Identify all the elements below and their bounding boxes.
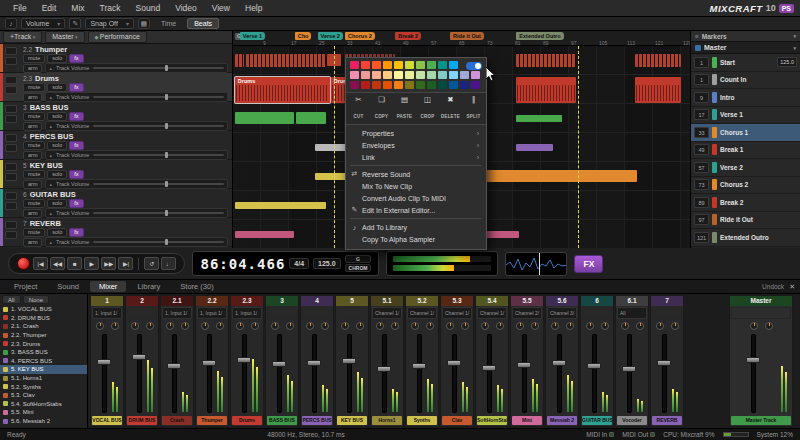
- marker-row[interactable]: 1Count In: [691, 72, 800, 90]
- arm-button[interactable]: arm: [23, 93, 42, 102]
- menu-item-edit[interactable]: Edit: [35, 2, 64, 14]
- audio-clip[interactable]: [235, 112, 294, 124]
- mixer-track-list-item[interactable]: 5.6. Messiah 2: [0, 417, 87, 426]
- channel-input-select[interactable]: 1, Input 1/: [92, 307, 122, 319]
- context-menu-item[interactable]: ♪Add To Library: [346, 221, 486, 233]
- channel-strip[interactable]: 5.4Channel 1/SoftHornStabs: [475, 295, 509, 427]
- markers-panel-header[interactable]: Markers: [691, 31, 800, 42]
- send-knob[interactable]: [601, 322, 609, 330]
- close-icon[interactable]: ✕: [789, 283, 795, 291]
- snap-select[interactable]: Snap Off: [85, 18, 134, 29]
- channel-strip[interactable]: 5.5Channel 2/Mini: [510, 295, 544, 427]
- track-volume-dropdown[interactable]: Track Volume: [45, 63, 228, 73]
- track-volume-dropdown[interactable]: Track Volume: [45, 237, 228, 247]
- pan-knob[interactable]: [96, 322, 104, 330]
- pan-knob[interactable]: [551, 322, 559, 330]
- scale-display[interactable]: CHROM: [345, 264, 372, 272]
- send-knob[interactable]: [356, 322, 364, 330]
- color-swatch[interactable]: [394, 81, 403, 89]
- color-swatch[interactable]: [405, 81, 414, 89]
- track-volume-dropdown[interactable]: Track Volume: [45, 121, 228, 131]
- track-link-icon[interactable]: [5, 115, 17, 123]
- track-fx-button[interactable]: fx: [69, 199, 83, 208]
- menu-item-help[interactable]: Help: [238, 2, 269, 14]
- pan-knob[interactable]: [306, 322, 314, 330]
- select-all-button[interactable]: All: [2, 295, 21, 304]
- send-knob[interactable]: [566, 322, 574, 330]
- channel-strip[interactable]: 6GUITAR BUS: [580, 295, 614, 427]
- send-knob[interactable]: [461, 322, 469, 330]
- track-freeze-icon[interactable]: [5, 76, 17, 84]
- volume-fader[interactable]: [622, 366, 636, 372]
- context-menu-item[interactable]: ⇄Reverse Sound: [346, 168, 486, 180]
- color-swatch[interactable]: [471, 81, 480, 89]
- track-row[interactable]: 6GUITAR BUSmutesolofxarmTrack Volume: [0, 189, 232, 218]
- send-knob[interactable]: [216, 322, 224, 330]
- time-signature-display[interactable]: 4/4: [289, 258, 309, 269]
- key-display[interactable]: G: [345, 255, 372, 263]
- track-link-icon[interactable]: [5, 231, 17, 239]
- audio-clip[interactable]: [635, 54, 681, 67]
- performance-button[interactable]: Performance: [88, 31, 147, 43]
- track-freeze-icon[interactable]: [5, 163, 17, 171]
- mixer-track-list-item[interactable]: 1. VOCAL BUS: [0, 305, 87, 314]
- transport-button-5[interactable]: ▶|: [118, 257, 133, 270]
- color-swatch[interactable]: [372, 81, 381, 89]
- volume-fader[interactable]: [132, 354, 146, 360]
- mixer-track-list-item[interactable]: 2. DRUM BUS: [0, 314, 87, 323]
- audio-clip[interactable]: [235, 202, 326, 209]
- arm-button[interactable]: arm: [23, 64, 42, 73]
- solo-button[interactable]: solo: [47, 112, 67, 121]
- solo-button[interactable]: solo: [47, 228, 67, 237]
- pencil-icon[interactable]: ✎: [69, 18, 81, 29]
- transport-button-1[interactable]: ◀◀: [50, 257, 65, 270]
- send-knob[interactable]: [321, 322, 329, 330]
- volume-fader[interactable]: [307, 360, 321, 366]
- transport-extra-0[interactable]: ↺: [144, 257, 159, 270]
- color-swatch[interactable]: [449, 71, 458, 79]
- pan-knob[interactable]: [201, 322, 209, 330]
- track-row[interactable]: 4PERCS BUSmutesolofxarmTrack Volume: [0, 131, 232, 160]
- volume-fader[interactable]: [552, 360, 566, 366]
- solo-button[interactable]: solo: [47, 54, 67, 63]
- pan-knob[interactable]: [516, 322, 524, 330]
- mixer-track-list-item[interactable]: 5.1. Horns1: [0, 374, 87, 383]
- select-none-button[interactable]: None: [23, 295, 49, 304]
- context-menu-item[interactable]: Convert Audio Clip To MIDI: [346, 192, 486, 204]
- color-swatch[interactable]: [361, 81, 370, 89]
- track-freeze-icon[interactable]: [5, 221, 17, 229]
- transport-button-3[interactable]: ▶: [84, 257, 99, 270]
- track-volume-slider[interactable]: [93, 212, 224, 214]
- channel-strip[interactable]: 5.2Channel 1/Synths: [405, 295, 439, 427]
- pan-knob[interactable]: [376, 322, 384, 330]
- solo-button[interactable]: solo: [47, 141, 67, 150]
- mute-button[interactable]: mute: [23, 83, 45, 92]
- solo-button[interactable]: solo: [47, 83, 67, 92]
- volume-fader[interactable]: [342, 358, 356, 364]
- menu-item-file[interactable]: File: [6, 2, 34, 14]
- track-row[interactable]: 3BASS BUSmutesolofxarmTrack Volume: [0, 102, 232, 131]
- mixer-track-list-item[interactable]: 2.2. Thumper: [0, 331, 87, 340]
- color-swatch[interactable]: [350, 61, 359, 69]
- pan-knob[interactable]: [481, 322, 489, 330]
- timeline-ruler[interactable]: G 122.0 Verse 1ChoVerse 2Chorus 2Break 2…: [233, 31, 690, 46]
- context-menu-item[interactable]: ✎Edit In External Editor...: [346, 204, 486, 216]
- pan-knob[interactable]: [446, 322, 454, 330]
- section-marker[interactable]: Extended Outro: [516, 32, 563, 40]
- track-link-icon[interactable]: [5, 144, 17, 152]
- pan-knob[interactable]: [656, 322, 664, 330]
- color-swatch[interactable]: [449, 81, 458, 89]
- volume-fader[interactable]: [657, 360, 671, 366]
- transport-button-0[interactable]: |◀: [33, 257, 48, 270]
- section-marker[interactable]: Chorus 2: [345, 32, 375, 40]
- mixer-track-list-item[interactable]: 5.5. Mini: [0, 408, 87, 417]
- track-volume-dropdown[interactable]: Track Volume: [45, 208, 228, 218]
- track-freeze-icon[interactable]: [5, 134, 17, 142]
- mute-button[interactable]: mute: [23, 199, 45, 208]
- channel-strip[interactable]: 5.3Channel 1/Clav: [440, 295, 474, 427]
- section-marker[interactable]: Cho: [295, 32, 312, 40]
- arm-button[interactable]: arm: [23, 180, 42, 189]
- channel-input-select[interactable]: 1, Input 1/: [197, 307, 227, 319]
- brush-icon[interactable]: ▦: [138, 18, 150, 29]
- channel-strip-master[interactable]: MasterMaster Track: [729, 295, 793, 427]
